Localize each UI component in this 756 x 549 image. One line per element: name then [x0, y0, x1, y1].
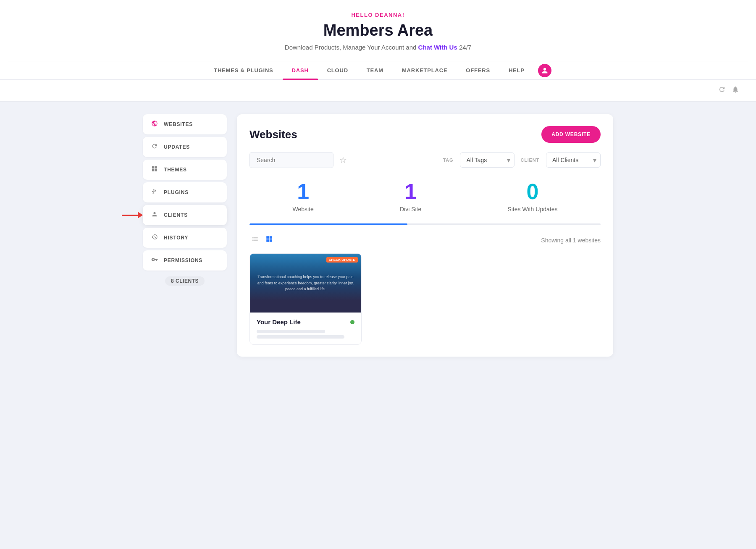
active-arrow [122, 212, 143, 218]
sidebar: WEBSITES UPDATES THEMES PLUGINS [143, 114, 227, 357]
view-row: Showing all 1 websites [249, 234, 601, 246]
card-thumbnail: Transformational coaching helps you to r… [250, 254, 361, 313]
updates-icon [150, 143, 159, 151]
sidebar-websites-label: WEBSITES [164, 121, 193, 127]
stats-row: 1 Website 1 Divi Site 0 Sites With Updat… [249, 181, 601, 213]
content-header: Websites ADD WEBSITE [249, 126, 601, 143]
showing-text: Showing all 1 websites [541, 237, 601, 244]
content-title: Websites [249, 128, 297, 141]
profile-avatar[interactable] [538, 64, 551, 77]
sidebar-item-permissions[interactable]: PERMISSIONS [143, 250, 227, 271]
add-website-button[interactable]: ADD WEBSITE [541, 126, 601, 143]
main-layout: WEBSITES UPDATES THEMES PLUGINS [126, 102, 630, 369]
view-toggle [249, 234, 275, 246]
stat-websites: 1 Website [293, 181, 314, 213]
stat-updates: 0 Sites With Updates [507, 181, 557, 213]
site-card[interactable]: Transformational coaching helps you to r… [249, 253, 362, 345]
card-site-name: Your Deep Life [257, 318, 301, 326]
cards-grid: Transformational coaching helps you to r… [249, 253, 601, 345]
sidebar-history-label: HISTORY [164, 235, 188, 241]
sidebar-permissions-label: PERMISSIONS [164, 257, 202, 263]
search-input[interactable] [249, 152, 333, 168]
thumbnail-inner: Transformational coaching helps you to r… [250, 254, 361, 313]
greeting: HELLO DEANNA! [8, 12, 748, 18]
nav-themes-plugins[interactable]: THEMES & PLUGINS [205, 61, 282, 79]
client-select-wrapper: All Clients [546, 152, 601, 168]
filter-group-tag: TAG All Tags [443, 152, 515, 168]
nav-marketplace[interactable]: MARKETPLACE [393, 61, 457, 79]
main-nav: THEMES & PLUGINS DASH CLOUD TEAM MARKETP… [8, 61, 748, 79]
nav-offers[interactable]: OFFERS [457, 61, 499, 79]
status-dot [350, 320, 354, 324]
card-info: Your Deep Life [250, 313, 361, 344]
themes-icon [150, 165, 159, 174]
permissions-icon [150, 256, 159, 265]
sidebar-plugins-label: PLUGINS [164, 189, 189, 195]
grid-view-button[interactable] [264, 234, 275, 246]
subtitle: Download Products, Manage Your Account a… [8, 44, 748, 51]
sidebar-item-themes[interactable]: THEMES [143, 160, 227, 180]
list-view-button[interactable] [249, 234, 260, 246]
stat-divi: 1 Divi Site [400, 181, 421, 213]
clients-icon [150, 211, 159, 219]
url-line-1 [257, 330, 325, 333]
globe-icon [150, 120, 159, 129]
sidebar-clients-label: CLIENTS [164, 212, 188, 218]
clients-count-badge: 8 CLIENTS [165, 276, 205, 286]
sidebar-updates-label: UPDATES [164, 144, 190, 150]
sidebar-item-clients[interactable]: CLIENTS [143, 205, 227, 225]
client-filter-label: CLIENT [520, 158, 539, 163]
progress-bar-fill [249, 223, 407, 225]
thumbnail-text: Transformational coaching helps you to r… [250, 270, 361, 296]
filter-row: ☆ TAG All Tags CLIENT All Clients [249, 152, 601, 168]
progress-bar [249, 223, 601, 225]
favorites-star-button[interactable]: ☆ [339, 155, 347, 165]
client-filter-select[interactable]: All Clients [546, 152, 601, 168]
nav-help[interactable]: HELP [499, 61, 534, 79]
website-count: 1 [293, 181, 314, 202]
update-badge: CHECK UPDATE [326, 257, 358, 263]
website-label: Website [293, 206, 314, 213]
tag-filter-label: TAG [443, 158, 454, 163]
sidebar-item-updates[interactable]: UPDATES [143, 137, 227, 157]
nav-cloud[interactable]: CLOUD [318, 61, 357, 79]
divi-label: Divi Site [400, 206, 421, 213]
divi-count: 1 [400, 181, 421, 202]
nav-team[interactable]: TEAM [357, 61, 393, 79]
content-area: Websites ADD WEBSITE ☆ TAG All Tags CLIE… [237, 114, 613, 357]
bell-icon[interactable] [732, 86, 739, 95]
history-icon [150, 234, 159, 242]
page-title: Members Area [8, 21, 748, 39]
sidebar-item-websites[interactable]: WEBSITES [143, 114, 227, 134]
refresh-icon[interactable] [718, 86, 726, 95]
sidebar-item-history[interactable]: HISTORY [143, 228, 227, 248]
subtitle-suffix: 24/7 [459, 44, 471, 51]
filter-group-client: CLIENT All Clients [520, 152, 601, 168]
tag-filter-select[interactable]: All Tags [460, 152, 514, 168]
sidebar-item-plugins[interactable]: PLUGINS [143, 182, 227, 202]
tag-select-wrapper: All Tags [460, 152, 514, 168]
updates-count: 0 [507, 181, 557, 202]
toolbar [0, 80, 756, 102]
nav-dash[interactable]: DASH [283, 61, 318, 79]
card-name-row: Your Deep Life [257, 318, 354, 326]
updates-label: Sites With Updates [507, 206, 557, 213]
url-line-2 [257, 335, 344, 339]
header: HELLO DEANNA! Members Area Download Prod… [0, 0, 756, 80]
subtitle-text: Download Products, Manage Your Account a… [285, 44, 417, 51]
plugins-icon [150, 188, 159, 197]
sidebar-themes-label: THEMES [164, 167, 187, 173]
chat-link[interactable]: Chat With Us [418, 44, 457, 51]
card-url-lines [257, 330, 354, 339]
